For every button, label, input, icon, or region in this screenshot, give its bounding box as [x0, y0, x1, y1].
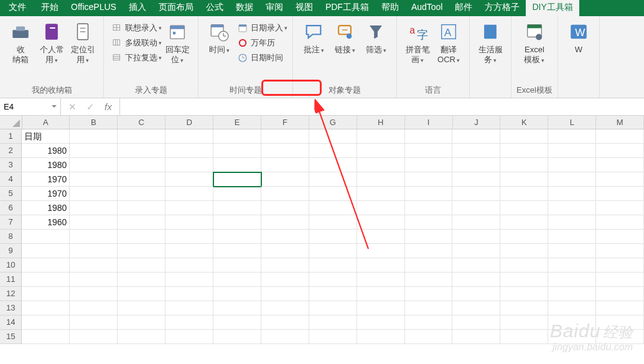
cell-H7[interactable] [357, 215, 405, 230]
cell-K1[interactable] [500, 129, 548, 144]
col-header-F[interactable]: F [261, 116, 309, 129]
cell-F3[interactable] [261, 158, 309, 172]
cell-C12[interactable] [118, 287, 166, 301]
cell-I11[interactable] [405, 273, 453, 287]
cell-A12[interactable] [22, 287, 70, 301]
cell-F15[interactable] [261, 330, 309, 344]
cell-E2[interactable] [213, 144, 261, 158]
cell-L6[interactable] [548, 201, 596, 215]
cell-C11[interactable] [118, 273, 166, 287]
col-header-A[interactable]: A [22, 116, 70, 129]
perpetual-cal-button[interactable]: 万年历 [237, 37, 287, 49]
tab-插入[interactable]: 插入 [123, 0, 152, 16]
row-header-4[interactable]: 4 [0, 172, 22, 187]
cell-K5[interactable] [500, 187, 548, 201]
row-header-5[interactable]: 5 [0, 187, 22, 201]
fx-icon[interactable]: fx [105, 101, 112, 112]
cell-K2[interactable] [500, 144, 548, 158]
cell-H5[interactable] [357, 187, 405, 201]
cell-D4[interactable] [166, 172, 213, 187]
row-header-1[interactable]: 1 [0, 129, 22, 144]
cell-I8[interactable] [405, 230, 453, 244]
filter-button[interactable]: 筛选▾ [360, 20, 391, 55]
tab-页面布局[interactable]: 页面布局 [152, 0, 200, 16]
cell-J7[interactable] [452, 215, 500, 230]
cell-G7[interactable] [309, 215, 357, 230]
cell-K9[interactable] [500, 244, 548, 258]
storage-box-button[interactable]: 收 纳箱 [5, 20, 36, 65]
cell-A14[interactable] [22, 315, 70, 330]
tab-开始[interactable]: 开始 [35, 0, 65, 16]
col-header-I[interactable]: I [405, 116, 453, 129]
cell-F10[interactable] [261, 258, 309, 273]
cell-B15[interactable] [70, 330, 118, 344]
cell-G15[interactable] [309, 330, 357, 344]
cell-L3[interactable] [548, 158, 596, 172]
cell-H1[interactable] [357, 129, 405, 144]
cell-L9[interactable] [548, 244, 596, 258]
cell-G4[interactable] [309, 172, 357, 187]
cell-A15[interactable] [22, 330, 70, 344]
cell-I13[interactable] [405, 301, 453, 315]
col-header-E[interactable]: E [213, 116, 261, 129]
cell-J6[interactable] [452, 201, 500, 215]
cell-E3[interactable] [213, 158, 261, 172]
cell-K3[interactable] [500, 158, 548, 172]
cell-G10[interactable] [309, 258, 357, 273]
cell-A8[interactable] [22, 230, 70, 244]
cell-C10[interactable] [118, 258, 166, 273]
tab-邮件[interactable]: 邮件 [449, 0, 478, 16]
cell-E14[interactable] [213, 315, 261, 330]
cell-E5[interactable] [213, 187, 261, 201]
w-partial-button[interactable]: WW [563, 20, 594, 55]
tab-audtool[interactable]: AudTool [405, 0, 449, 16]
cell-M9[interactable] [596, 244, 644, 258]
cell-J3[interactable] [452, 158, 500, 172]
cell-M12[interactable] [596, 287, 644, 301]
cell-A9[interactable] [22, 244, 70, 258]
cell-I6[interactable] [405, 201, 453, 215]
cell-E8[interactable] [213, 230, 261, 244]
cell-M1[interactable] [596, 129, 644, 144]
cell-D14[interactable] [166, 315, 213, 330]
cell-A7[interactable]: 1960 [22, 215, 70, 230]
life-service-button[interactable]: 生活服 务▾ [475, 20, 506, 65]
cell-M3[interactable] [596, 158, 644, 172]
cell-E12[interactable] [213, 287, 261, 301]
cell-M6[interactable] [596, 201, 644, 215]
cell-G2[interactable] [309, 144, 357, 158]
col-header-M[interactable]: M [596, 116, 644, 129]
row-header-9[interactable]: 9 [0, 244, 22, 258]
annotate-button[interactable]: 批注▾ [298, 20, 329, 55]
cell-C14[interactable] [118, 315, 166, 330]
cell-G13[interactable] [309, 301, 357, 315]
cell-L5[interactable] [548, 187, 596, 201]
cell-M10[interactable] [596, 258, 644, 273]
tab-officeplus[interactable]: OfficePLUS [65, 0, 123, 16]
cell-E15[interactable] [213, 330, 261, 344]
cell-K11[interactable] [500, 273, 548, 287]
cell-L7[interactable] [548, 215, 596, 230]
confirm-icon[interactable]: ✓ [86, 101, 95, 113]
tab-审阅[interactable]: 审阅 [259, 0, 289, 16]
cell-F5[interactable] [261, 187, 309, 201]
row-header-10[interactable]: 10 [0, 258, 22, 273]
cell-D13[interactable] [166, 301, 213, 315]
pinyin-button[interactable]: a字拼音笔 画▾ [402, 20, 433, 65]
cell-K10[interactable] [500, 258, 548, 273]
cell-B14[interactable] [70, 315, 118, 330]
personal-use-button[interactable]: 个人常 用▾ [36, 20, 67, 65]
cell-B9[interactable] [70, 244, 118, 258]
dropdown-copy-button[interactable]: 下拉复选▾ [111, 52, 162, 63]
cell-A6[interactable]: 1980 [22, 201, 70, 215]
cancel-icon[interactable]: ✕ [68, 101, 77, 113]
cell-D11[interactable] [166, 273, 213, 287]
cell-L14[interactable] [548, 315, 596, 330]
cell-J9[interactable] [452, 244, 500, 258]
cell-H3[interactable] [357, 158, 405, 172]
cell-C13[interactable] [118, 301, 166, 315]
cell-C9[interactable] [118, 244, 166, 258]
tab-视图[interactable]: 视图 [289, 0, 319, 16]
cell-A2[interactable]: 1980 [22, 144, 70, 158]
cell-J2[interactable] [452, 144, 500, 158]
